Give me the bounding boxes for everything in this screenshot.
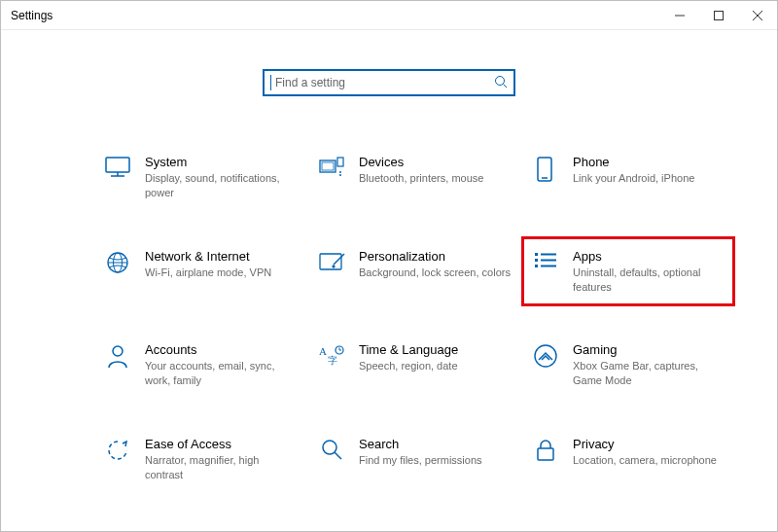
category-search[interactable]: Search Find my files, permissions bbox=[312, 429, 516, 490]
svg-rect-25 bbox=[535, 265, 538, 267]
search-wrap bbox=[1, 69, 777, 96]
svg-point-4 bbox=[496, 76, 505, 85]
svg-text:A: A bbox=[319, 345, 327, 357]
category-title: Gaming bbox=[573, 342, 725, 357]
svg-line-5 bbox=[504, 84, 508, 88]
svg-rect-6 bbox=[106, 158, 129, 172]
category-title: Apps bbox=[573, 249, 725, 264]
svg-rect-10 bbox=[322, 162, 334, 170]
category-personalization[interactable]: Personalization Background, lock screen,… bbox=[312, 241, 516, 302]
minimize-icon bbox=[675, 11, 685, 20]
system-icon bbox=[104, 157, 131, 184]
category-title: Accounts bbox=[145, 342, 297, 357]
category-desc: Display, sound, notifications, power bbox=[145, 171, 297, 200]
category-title: Personalization bbox=[359, 249, 511, 264]
phone-icon bbox=[532, 157, 559, 184]
content: System Display, sound, notifications, po… bbox=[1, 30, 777, 531]
category-desc: Bluetooth, printers, mouse bbox=[359, 171, 511, 186]
svg-rect-1 bbox=[715, 11, 724, 19]
category-gaming[interactable]: Gaming Xbox Game Bar, captures, Game Mod… bbox=[526, 335, 730, 396]
maximize-button[interactable] bbox=[699, 1, 738, 30]
search-input[interactable] bbox=[273, 75, 494, 90]
category-title: Network & Internet bbox=[145, 249, 297, 264]
categories-grid: System Display, sound, notifications, po… bbox=[98, 147, 719, 532]
window-title: Settings bbox=[1, 9, 53, 22]
personalization-icon bbox=[318, 251, 345, 278]
text-caret bbox=[270, 75, 271, 90]
svg-point-27 bbox=[113, 346, 123, 356]
category-desc: Speech, region, date bbox=[359, 359, 511, 373]
search-category-icon bbox=[318, 439, 345, 466]
category-desc: Your accounts, email, sync, work, family bbox=[145, 359, 297, 388]
svg-point-13 bbox=[339, 174, 341, 176]
gaming-icon bbox=[532, 344, 559, 372]
apps-icon bbox=[532, 251, 559, 278]
category-desc: Xbox Game Bar, captures, Game Mode bbox=[573, 359, 725, 388]
category-title: Devices bbox=[359, 155, 511, 169]
svg-point-34 bbox=[323, 441, 336, 454]
globe-icon bbox=[104, 251, 131, 278]
search-box[interactable] bbox=[263, 69, 515, 96]
category-ease-of-access[interactable]: Ease of Access Narrator, magnifier, high… bbox=[98, 429, 302, 490]
category-accounts[interactable]: Accounts Your accounts, email, sync, wor… bbox=[98, 335, 302, 396]
svg-line-20 bbox=[334, 254, 344, 265]
category-title: System bbox=[145, 155, 297, 169]
accounts-icon bbox=[104, 344, 131, 372]
category-update-security[interactable]: Update & Security Windows Update, recove… bbox=[98, 523, 302, 532]
category-title: Search bbox=[359, 437, 511, 451]
svg-line-35 bbox=[335, 452, 341, 459]
svg-text:字: 字 bbox=[328, 355, 337, 366]
category-apps[interactable]: Apps Uninstall, defaults, optional featu… bbox=[526, 241, 730, 302]
time-language-icon: A字 bbox=[318, 344, 345, 372]
svg-rect-11 bbox=[337, 158, 343, 166]
category-desc: Narrator, magnifier, high contrast bbox=[145, 453, 297, 482]
category-privacy[interactable]: Privacy Location, camera, microphone bbox=[526, 429, 730, 490]
close-icon bbox=[753, 11, 762, 20]
category-time-language[interactable]: A字 Time & Language Speech, region, date bbox=[312, 335, 516, 396]
category-system[interactable]: System Display, sound, notifications, po… bbox=[98, 147, 302, 208]
settings-window: Settings bbox=[0, 0, 778, 532]
svg-point-12 bbox=[339, 171, 341, 173]
category-phone[interactable]: Phone Link your Android, iPhone bbox=[526, 147, 730, 208]
category-desc: Background, lock screen, colors bbox=[359, 266, 511, 280]
category-title: Phone bbox=[573, 155, 725, 169]
search-icon bbox=[494, 75, 508, 91]
svg-rect-21 bbox=[535, 253, 538, 256]
titlebar: Settings bbox=[1, 1, 777, 30]
category-devices[interactable]: Devices Bluetooth, printers, mouse bbox=[312, 147, 516, 208]
svg-rect-36 bbox=[538, 448, 553, 460]
category-title: Ease of Access bbox=[145, 437, 297, 451]
ease-of-access-icon bbox=[104, 439, 131, 466]
devices-icon bbox=[318, 157, 345, 184]
category-desc: Link your Android, iPhone bbox=[573, 171, 725, 186]
category-title: Privacy bbox=[573, 437, 725, 451]
lock-icon bbox=[532, 439, 559, 466]
category-title: Time & Language bbox=[359, 342, 511, 357]
svg-rect-19 bbox=[320, 254, 341, 269]
maximize-icon bbox=[714, 11, 724, 20]
category-desc: Find my files, permissions bbox=[359, 453, 511, 468]
category-desc: Uninstall, defaults, optional features bbox=[573, 266, 725, 295]
svg-rect-23 bbox=[535, 259, 538, 262]
category-desc: Wi-Fi, airplane mode, VPN bbox=[145, 266, 297, 280]
category-network[interactable]: Network & Internet Wi-Fi, airplane mode,… bbox=[98, 241, 302, 302]
category-desc: Location, camera, microphone bbox=[573, 453, 725, 468]
minimize-button[interactable] bbox=[660, 1, 699, 30]
close-button[interactable] bbox=[738, 1, 777, 30]
